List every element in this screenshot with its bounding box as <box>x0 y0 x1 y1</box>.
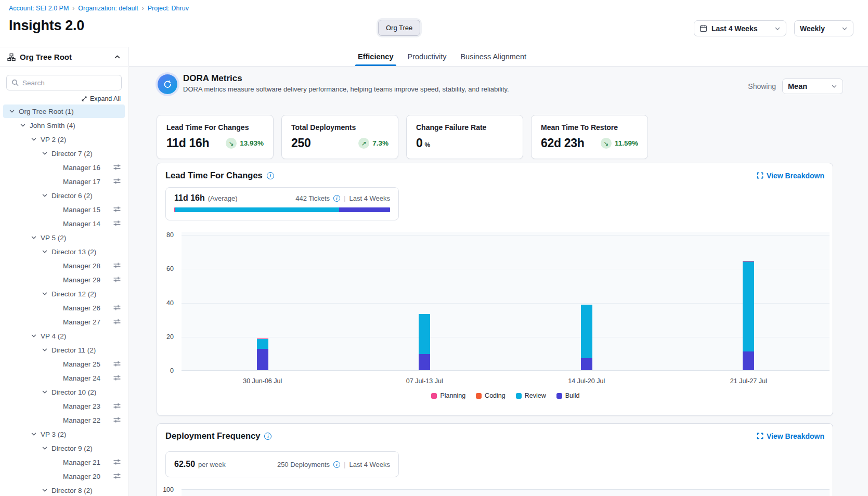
view-breakdown-label: View Breakdown <box>767 432 824 440</box>
legend-label: Review <box>525 392 546 399</box>
tree-item[interactable]: VP 4 (2) <box>3 329 125 343</box>
trend-percentage: 7.3% <box>372 139 388 147</box>
legend-item-review[interactable]: Review <box>516 392 546 399</box>
deploy-summary-card: 62.50 per week 250 Deployments i | Last … <box>165 451 399 477</box>
bar-segment-build <box>419 354 430 370</box>
legend-item-build[interactable]: Build <box>556 392 580 399</box>
filters-icon[interactable] <box>113 459 121 465</box>
expand-all-link[interactable]: Expand All <box>81 95 121 102</box>
date-range-select[interactable]: Last 4 Weeks <box>694 20 786 36</box>
tab-productivity[interactable]: Productivity <box>408 47 447 66</box>
filters-icon[interactable] <box>113 276 121 283</box>
breadcrumb-account-link[interactable]: Account: SEI 2.0 PM <box>9 5 69 12</box>
x-axis-tick-label: 07 Jul-13 Jul <box>406 377 443 385</box>
chevron-up-icon[interactable] <box>114 54 121 60</box>
chevron-down-icon <box>20 122 26 128</box>
metric-card-value: 11d 16h <box>166 136 209 150</box>
showing-select[interactable]: Mean <box>782 79 843 94</box>
stacked-bar <box>743 261 754 370</box>
filters-icon[interactable] <box>113 178 121 185</box>
tree-item[interactable]: Director 10 (2) <box>3 385 125 399</box>
filters-icon[interactable] <box>113 473 121 479</box>
bar-segment-review <box>419 314 430 354</box>
legend-item-planning[interactable]: Planning <box>431 392 465 399</box>
tree-item[interactable]: Manager 21 <box>3 455 125 469</box>
tree-item[interactable]: Director 13 (2) <box>3 245 125 258</box>
tree-item[interactable]: Director 9 (2) <box>3 441 125 455</box>
filters-icon[interactable] <box>113 360 121 367</box>
filters-icon[interactable] <box>113 402 121 409</box>
deploy-view-breakdown-link[interactable]: View Breakdown <box>757 432 824 440</box>
tree-item[interactable]: Director 6 (2) <box>3 189 125 202</box>
info-icon[interactable]: i <box>264 433 271 440</box>
tree-item[interactable]: Manager 28 <box>3 259 125 272</box>
tree-item[interactable]: Manager 26 <box>3 301 125 315</box>
tree-item[interactable]: Director 8 (2) <box>3 484 125 496</box>
sidebar-header[interactable]: Org Tree Root <box>0 47 128 67</box>
trend-up-arrow-icon: ↗ <box>358 138 369 149</box>
legend-label: Coding <box>485 392 506 399</box>
metric-card: Total Deployments250↗7.3% <box>281 115 398 159</box>
deployment-frequency-panel: Deployment Frequency i View Breakdown 62… <box>157 423 833 496</box>
tree-item-label: Manager 26 <box>63 304 100 312</box>
breadcrumb-project-link[interactable]: Project: Dhruv <box>148 5 189 12</box>
org-tree-sidebar: Org Tree Root Expand All Org Tree Root (… <box>0 47 128 496</box>
search-input[interactable] <box>22 79 116 87</box>
tree-item[interactable]: Manager 22 <box>3 413 125 427</box>
deployment-chart-plot <box>182 489 830 496</box>
tree-item[interactable]: VP 3 (2) <box>3 427 125 441</box>
tree-item[interactable]: Manager 14 <box>3 217 125 230</box>
filters-icon[interactable] <box>113 164 121 171</box>
filters-icon[interactable] <box>113 220 121 227</box>
tab-efficiency[interactable]: Efficiency <box>358 47 394 66</box>
legend-item-coding[interactable]: Coding <box>476 392 506 399</box>
filters-icon[interactable] <box>113 374 121 381</box>
tree-item-label: Manager 14 <box>63 220 100 228</box>
tree-item-label: Director 12 (2) <box>51 290 96 298</box>
y-axis-label: 100 <box>157 486 178 493</box>
metric-card-title: Mean Time To Restore <box>541 123 638 132</box>
tree-item-label: Manager 23 <box>63 402 100 410</box>
tree-item-label: VP 5 (2) <box>41 234 66 242</box>
lead-summary-value: 11d 16h <box>174 193 205 203</box>
info-icon[interactable]: i <box>267 172 274 179</box>
tree-item[interactable]: Director 7 (2) <box>3 147 125 160</box>
tree-item[interactable]: Manager 15 <box>3 203 125 216</box>
metric-card-title: Lead Time For Changes <box>166 123 264 132</box>
y-axis-tick-label: 80 <box>166 231 174 239</box>
filters-icon[interactable] <box>113 206 121 213</box>
tree-item[interactable]: Manager 23 <box>3 399 125 413</box>
tree-item[interactable]: VP 5 (2) <box>3 231 125 244</box>
granularity-select[interactable]: Weekly <box>794 20 853 36</box>
tree-item[interactable]: Manager 17 <box>3 175 125 188</box>
breadcrumb-organization-link[interactable]: Organization: default <box>78 5 138 12</box>
tree-item[interactable]: Manager 20 <box>3 469 125 483</box>
tree-item[interactable]: Director 12 (2) <box>3 287 125 301</box>
filters-icon[interactable] <box>113 262 121 269</box>
tree-item[interactable]: John Smith (4) <box>3 119 125 132</box>
sidebar-title: Org Tree Root <box>20 53 110 61</box>
tree-item[interactable]: Org Tree Root (1) <box>3 105 125 118</box>
dora-metrics-icon <box>158 74 177 94</box>
org-tree-toggle-button[interactable]: Org Tree <box>378 20 420 36</box>
tab-business-alignment[interactable]: Business Alignment <box>460 47 526 66</box>
info-icon[interactable]: i <box>333 195 340 202</box>
filters-icon[interactable] <box>113 416 121 423</box>
tree-item[interactable]: Manager 16 <box>3 161 125 174</box>
tree-item[interactable]: VP 2 (2) <box>3 133 125 146</box>
tree-item[interactable]: Manager 29 <box>3 273 125 286</box>
breadcrumb-separator-icon: › <box>72 5 74 12</box>
tree-item-label: Manager 28 <box>63 262 100 270</box>
tree-item[interactable]: Manager 25 <box>3 357 125 371</box>
tree-item[interactable]: Director 11 (2) <box>3 343 125 357</box>
lead-summary-card: 11d 16h (Average) 442 Tickets i | Last 4… <box>165 187 399 220</box>
filters-icon[interactable] <box>113 304 121 311</box>
tree-item[interactable]: Manager 24 <box>3 371 125 385</box>
tree-item-label: Director 6 (2) <box>51 192 93 200</box>
tree-item-label: John Smith (4) <box>30 122 75 129</box>
granularity-value: Weekly <box>800 24 825 33</box>
filters-icon[interactable] <box>113 318 121 325</box>
lead-view-breakdown-link[interactable]: View Breakdown <box>757 172 824 180</box>
info-icon[interactable]: i <box>333 461 340 468</box>
tree-item[interactable]: Manager 27 <box>3 315 125 329</box>
